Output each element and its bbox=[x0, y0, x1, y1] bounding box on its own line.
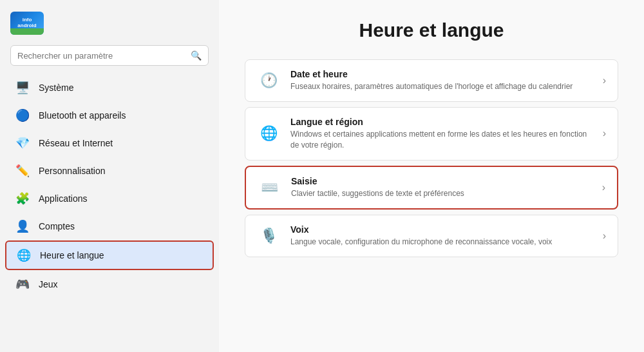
chevron-icon-langue-region: › bbox=[603, 128, 606, 139]
nav-icon-personnalisation: ✏️ bbox=[15, 164, 30, 178]
nav-label-systeme: Système bbox=[39, 83, 73, 93]
sidebar-item-heure-langue[interactable]: 🌐Heure et langue bbox=[5, 240, 214, 270]
settings-title-voix: Voix bbox=[290, 224, 592, 235]
chevron-icon-date-heure: › bbox=[603, 75, 606, 86]
nav-icon-comptes: 👤 bbox=[15, 219, 30, 233]
logo-area: infoandroid bbox=[0, 6, 219, 45]
search-input[interactable] bbox=[17, 51, 191, 61]
settings-item-voix[interactable]: 🎙️VoixLangue vocale, configuration du mi… bbox=[245, 215, 618, 257]
settings-desc-voix: Langue vocale, configuration du micropho… bbox=[290, 237, 592, 248]
settings-item-langue-region[interactable]: 🌐Langue et régionWindows et certaines ap… bbox=[245, 107, 618, 161]
settings-text-langue-region: Langue et régionWindows et certaines app… bbox=[290, 117, 592, 151]
search-icon: 🔍 bbox=[191, 50, 202, 61]
sidebar-item-systeme[interactable]: 🖥️Système bbox=[5, 74, 214, 101]
nav-icon-applications: 🧩 bbox=[15, 191, 30, 206]
settings-desc-langue-region: Windows et certaines applications metten… bbox=[290, 129, 592, 151]
nav-label-heure-langue: Heure et langue bbox=[40, 250, 104, 260]
nav-label-bluetooth: Bluetooth et appareils bbox=[39, 110, 126, 121]
settings-item-saisie[interactable]: ⌨️SaisieClavier tactile, suggestions de … bbox=[245, 166, 618, 210]
sidebar-item-jeux[interactable]: 🎮Jeux bbox=[5, 271, 214, 298]
nav-label-personnalisation: Personnalisation bbox=[39, 166, 106, 176]
nav-list: 🖥️Système🔵Bluetooth et appareils💎Réseau … bbox=[0, 73, 219, 346]
settings-icon-langue-region: 🌐 bbox=[257, 122, 280, 145]
nav-icon-reseau: 💎 bbox=[15, 136, 30, 150]
nav-label-jeux: Jeux bbox=[39, 279, 58, 289]
sidebar-item-personnalisation[interactable]: ✏️Personnalisation bbox=[5, 157, 214, 184]
settings-desc-saisie: Clavier tactile, suggestions de texte et… bbox=[291, 188, 592, 199]
settings-title-langue-region: Langue et région bbox=[290, 117, 592, 127]
settings-title-date-heure: Date et heure bbox=[290, 69, 592, 79]
settings-icon-voix: 🎙️ bbox=[257, 224, 280, 248]
chevron-icon-voix: › bbox=[603, 230, 606, 242]
settings-icon-saisie: ⌨️ bbox=[258, 176, 281, 199]
nav-label-comptes: Comptes bbox=[39, 221, 75, 231]
nav-icon-bluetooth: 🔵 bbox=[15, 108, 30, 122]
settings-text-date-heure: Date et heureFuseaux horaires, paramètre… bbox=[290, 69, 592, 92]
settings-icon-date-heure: 🕐 bbox=[257, 69, 280, 92]
settings-item-date-heure[interactable]: 🕐Date et heureFuseaux horaires, paramètr… bbox=[245, 59, 618, 102]
nav-label-reseau: Réseau et Internet bbox=[39, 138, 113, 148]
search-container: 🔍 bbox=[10, 45, 209, 66]
sidebar-item-bluetooth[interactable]: 🔵Bluetooth et appareils bbox=[5, 102, 214, 129]
nav-icon-systeme: 🖥️ bbox=[15, 81, 30, 95]
settings-text-voix: VoixLangue vocale, configuration du micr… bbox=[290, 224, 592, 248]
sidebar: infoandroid 🔍 🖥️Système🔵Bluetooth et app… bbox=[0, 0, 219, 352]
chevron-icon-saisie: › bbox=[602, 182, 605, 193]
sidebar-item-applications[interactable]: 🧩Applications bbox=[5, 185, 214, 212]
nav-label-applications: Applications bbox=[39, 193, 88, 204]
settings-desc-date-heure: Fuseaux horaires, paramètres automatique… bbox=[290, 81, 592, 92]
sidebar-item-reseau[interactable]: 💎Réseau et Internet bbox=[5, 130, 214, 157]
nav-icon-heure-langue: 🌐 bbox=[17, 248, 31, 262]
settings-title-saisie: Saisie bbox=[291, 176, 592, 186]
page-title: Heure et langue bbox=[245, 19, 618, 41]
settings-text-saisie: SaisieClavier tactile, suggestions de te… bbox=[291, 176, 592, 199]
sidebar-item-comptes[interactable]: 👤Comptes bbox=[5, 213, 214, 240]
nav-icon-jeux: 🎮 bbox=[15, 277, 30, 291]
main-content: Heure et langue 🕐Date et heureFuseaux ho… bbox=[219, 0, 644, 352]
settings-list: 🕐Date et heureFuseaux horaires, paramètr… bbox=[245, 59, 618, 257]
logo-badge: infoandroid bbox=[10, 12, 44, 35]
